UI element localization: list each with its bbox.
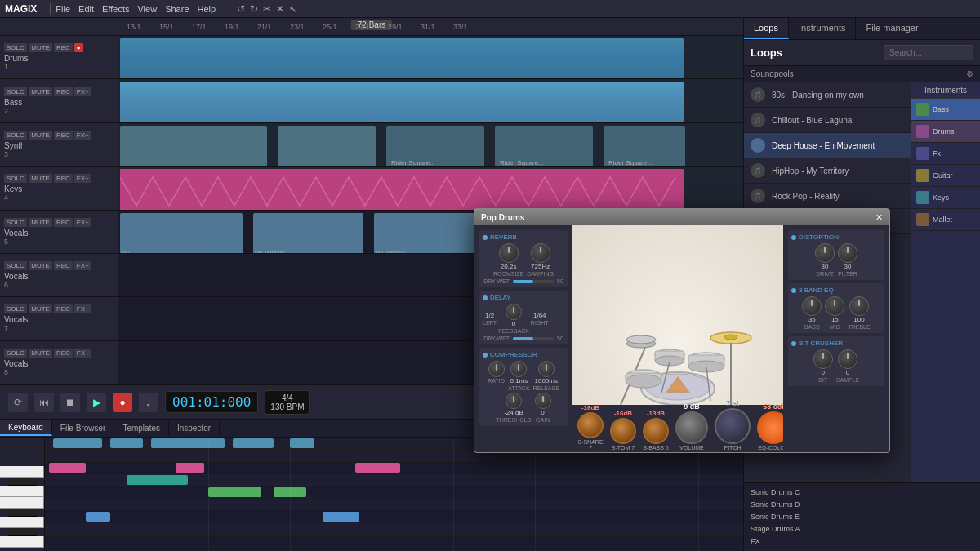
solo-btn-2[interactable]: SOLO <box>4 87 27 96</box>
loops-search-input[interactable] <box>884 45 973 60</box>
rec-btn-6[interactable]: REC <box>54 261 73 270</box>
pr-note[interactable] <box>176 463 204 473</box>
plugin-header[interactable]: Pop Drums ✕ <box>474 209 889 225</box>
tab-loops[interactable]: Loops <box>744 18 789 39</box>
feedback-knob-control[interactable] <box>506 304 522 320</box>
piano-key-white[interactable] <box>0 466 44 478</box>
solo-btn-7[interactable]: SOLO <box>4 304 27 313</box>
menu-share[interactable]: Share <box>165 4 189 14</box>
pr-note[interactable] <box>323 512 359 522</box>
ssnare-knob[interactable] <box>577 412 604 438</box>
mute-btn-2[interactable]: MUTE <box>29 87 52 96</box>
soundpool-item-rockpop[interactable]: 🎵 Rock Pop - Reality <box>744 184 911 209</box>
menu-effects[interactable]: Effects <box>102 4 129 14</box>
instrument-item-guitar[interactable]: Guitar <box>911 165 980 187</box>
scissors-btn[interactable]: ✂ <box>263 3 271 15</box>
instrument-item-keys[interactable]: Keys <box>911 187 980 209</box>
instrument-item-fx[interactable]: Fx <box>911 143 980 165</box>
pitch-knob[interactable] <box>715 408 751 444</box>
cursor-btn[interactable]: ↖ <box>289 3 297 15</box>
drum-list-item[interactable]: Sonic Drums E <box>747 511 977 523</box>
stop-btn[interactable]: ⏹ <box>60 393 80 412</box>
record-btn[interactable]: ● <box>113 393 132 412</box>
fx-btn-8[interactable]: FX+ <box>74 349 91 358</box>
roomsize-knob-control[interactable] <box>499 243 519 263</box>
drum-list-item[interactable]: Sonic Drums C <box>747 487 977 499</box>
clip-keys-main[interactable] <box>120 169 684 209</box>
pr-note[interactable] <box>355 463 400 473</box>
clip-synth-5[interactable]: Rider Square... <box>604 126 685 166</box>
bass-eq-knob-control[interactable] <box>802 296 822 316</box>
close-btn[interactable]: ✕ <box>276 3 284 15</box>
tab-keyboard[interactable]: Keyboard <box>0 420 52 436</box>
tab-file-manager[interactable]: File manager <box>856 18 929 39</box>
pr-note[interactable] <box>53 438 102 448</box>
reverb-drywet-slider[interactable] <box>513 280 554 283</box>
rec-btn-1[interactable]: REC <box>54 43 73 52</box>
drum-list-item[interactable]: Sonic Drums D <box>747 499 977 511</box>
instrument-item-mallet[interactable]: Mallet <box>911 209 980 231</box>
soundpool-item-deephouse[interactable]: 🎵 Deep House - En Movement <box>744 133 911 158</box>
clip-vocals-5-2[interactable]: My Territory... <box>253 213 363 253</box>
rec-btn-7[interactable]: REC <box>54 304 73 313</box>
soundpool-item-80s[interactable]: 🎵 80s - Dancing on my own <box>744 82 911 108</box>
drum-list-item[interactable]: Stage Drums A <box>747 523 977 535</box>
arm-btn-1[interactable]: ● <box>74 43 83 52</box>
rec-btn-2[interactable]: REC <box>54 87 73 96</box>
attack-knob-control[interactable] <box>510 361 527 377</box>
fx-btn-3[interactable]: FX+ <box>74 131 91 140</box>
rec-btn-5[interactable]: REC <box>54 218 73 227</box>
solo-btn-1[interactable]: SOLO <box>4 43 27 52</box>
plugin-close-btn[interactable]: ✕ <box>875 212 883 223</box>
track-content-3[interactable]: Rider Square... Rider Square... Rider Sq… <box>118 123 743 166</box>
rewind-btn[interactable]: ⏮ <box>34 393 54 412</box>
piano-key-white[interactable] <box>0 486 44 497</box>
fx-btn-5[interactable]: FX+ <box>74 218 91 227</box>
sample-knob-control[interactable] <box>838 349 858 369</box>
clip-synth-3[interactable]: Rider Square... <box>386 126 484 166</box>
piano-key-white[interactable] <box>0 517 44 528</box>
fx-btn-2[interactable]: FX+ <box>74 87 91 96</box>
redo-btn[interactable]: ↻ <box>250 3 258 15</box>
play-btn[interactable]: ▶ <box>87 393 106 412</box>
piano-key-white[interactable] <box>0 497 44 509</box>
mute-btn-6[interactable]: MUTE <box>29 261 52 270</box>
sbass-knob[interactable] <box>643 418 669 444</box>
fx-btn-6[interactable]: FX+ <box>74 261 91 270</box>
mute-btn-5[interactable]: MUTE <box>29 218 52 227</box>
piano-key-black[interactable] <box>8 528 37 536</box>
track-content-1[interactable] <box>118 36 743 78</box>
gain-knob-control[interactable] <box>535 393 551 409</box>
clip-synth-4[interactable]: Rider Square... <box>495 126 593 166</box>
settings-icon[interactable]: ⚙ <box>966 69 973 78</box>
stom-knob[interactable] <box>610 418 636 444</box>
mute-btn-7[interactable]: MUTE <box>29 304 52 313</box>
bit-knob-control[interactable] <box>813 349 833 369</box>
pr-note[interactable] <box>49 463 86 473</box>
solo-btn-4[interactable]: SOLO <box>4 174 27 183</box>
drive-knob-control[interactable] <box>815 243 835 263</box>
tab-templates[interactable]: Templates <box>114 421 169 435</box>
mute-btn-8[interactable]: MUTE <box>29 349 52 358</box>
rec-btn-3[interactable]: REC <box>54 131 73 140</box>
drum-list-item[interactable]: FX <box>747 535 977 548</box>
mute-btn-3[interactable]: MUTE <box>29 131 52 140</box>
track-content-4[interactable] <box>118 167 743 209</box>
mute-btn-4[interactable]: MUTE <box>29 174 52 183</box>
ratio-knob-control[interactable] <box>488 361 505 377</box>
pr-note[interactable] <box>127 475 188 485</box>
clip-bass-main[interactable] <box>120 82 684 122</box>
volume-knob[interactable] <box>675 411 708 444</box>
instrument-item-bass[interactable]: Bass <box>911 99 980 121</box>
pr-note[interactable] <box>290 438 314 448</box>
fx-btn-7[interactable]: FX+ <box>74 304 91 313</box>
menu-edit[interactable]: Edit <box>78 4 94 14</box>
fx-btn-4[interactable]: FX+ <box>74 174 91 183</box>
threshold-knob-control[interactable] <box>506 393 522 409</box>
clip-synth-1[interactable] <box>120 126 267 166</box>
piano-key-black[interactable] <box>8 509 37 517</box>
solo-btn-5[interactable]: SOLO <box>4 218 27 227</box>
damping-knob-control[interactable] <box>531 243 550 263</box>
tab-file-browser[interactable]: File Browser <box>52 421 115 435</box>
metronome-btn[interactable]: ♩ <box>139 393 158 412</box>
